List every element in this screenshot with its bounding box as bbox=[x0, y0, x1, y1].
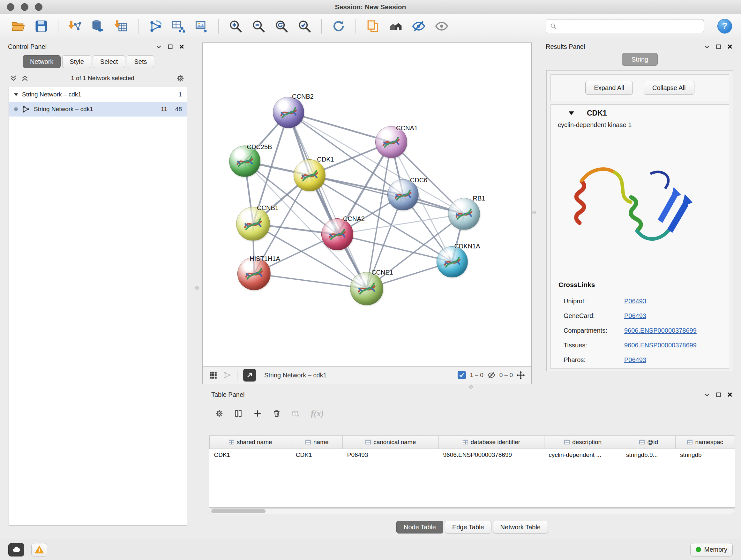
tab-node-table[interactable]: Node Table bbox=[396, 521, 443, 534]
network-share-disabled-icon[interactable] bbox=[223, 371, 231, 379]
network-node-cdkn1a[interactable] bbox=[436, 246, 468, 277]
column-header[interactable]: name bbox=[291, 436, 343, 449]
delete-column-disabled-icon[interactable] bbox=[292, 409, 300, 418]
column-header[interactable]: canonical name bbox=[343, 436, 439, 449]
help-button[interactable]: ? bbox=[718, 19, 732, 34]
panel-close-button[interactable] bbox=[726, 390, 734, 399]
column-header[interactable]: shared name bbox=[210, 436, 291, 449]
table-cell[interactable]: CDK1 bbox=[210, 449, 291, 461]
table-cell[interactable]: CDK1 bbox=[291, 449, 343, 461]
network-collection-row[interactable]: String Network – cdk1 1 bbox=[9, 87, 187, 102]
search-input[interactable] bbox=[559, 23, 700, 30]
expand-all-button[interactable]: Expand All bbox=[585, 81, 633, 95]
table-cell[interactable]: stringdb:9... bbox=[622, 449, 676, 461]
table-cell[interactable]: P06493 bbox=[343, 449, 439, 461]
import-table-button[interactable] bbox=[112, 17, 131, 36]
show-all-button[interactable] bbox=[432, 17, 451, 36]
collapse-all-icon[interactable] bbox=[9, 74, 17, 82]
crosslink-value[interactable]: P06493 bbox=[624, 356, 646, 364]
crosslink-value[interactable]: P06493 bbox=[624, 298, 646, 305]
open-session-button[interactable] bbox=[9, 17, 27, 36]
network-node-ccnb1[interactable] bbox=[236, 207, 270, 241]
crosslink-value[interactable]: 9606.ENSP00000378699 bbox=[624, 327, 697, 334]
tab-select[interactable]: Select bbox=[93, 55, 125, 68]
new-network-button[interactable] bbox=[146, 17, 165, 36]
zoom-window-button[interactable] bbox=[35, 3, 43, 11]
gear-icon[interactable] bbox=[176, 74, 185, 82]
detach-view-button[interactable] bbox=[243, 369, 256, 381]
column-header[interactable]: @id bbox=[622, 436, 676, 449]
tab-style[interactable]: Style bbox=[62, 55, 91, 68]
network-node-ccne1[interactable] bbox=[350, 272, 383, 305]
table-gear-icon[interactable] bbox=[215, 409, 223, 418]
collapse-all-button[interactable]: Collapse All bbox=[644, 81, 694, 95]
gene-card-header[interactable]: CDK1 bbox=[556, 105, 724, 121]
expand-all-icon[interactable] bbox=[21, 74, 29, 82]
table-cell[interactable]: cyclin-dependent ... bbox=[544, 449, 622, 461]
memory-button[interactable]: Memory bbox=[690, 543, 733, 557]
network-canvas[interactable]: CCNB2 CCNA1 CDC25B CDK1 CDC6 RB1 bbox=[202, 43, 532, 366]
close-window-button[interactable] bbox=[7, 3, 14, 11]
copy-button[interactable] bbox=[363, 17, 382, 36]
tab-sets[interactable]: Sets bbox=[127, 55, 154, 68]
minimize-window-button[interactable] bbox=[21, 3, 28, 11]
table-horizontal-scrollbar[interactable] bbox=[209, 508, 735, 514]
left-splitter-handle[interactable] bbox=[195, 286, 199, 290]
network-node-rb1[interactable] bbox=[448, 198, 480, 230]
pan-crosshair-icon[interactable] bbox=[517, 371, 525, 379]
panel-float-button[interactable] bbox=[154, 43, 163, 51]
scrollbar-thumb[interactable] bbox=[211, 509, 266, 513]
apply-layout-button[interactable] bbox=[329, 17, 348, 36]
save-session-button[interactable] bbox=[32, 17, 51, 36]
network-from-table-button[interactable] bbox=[169, 17, 188, 36]
results-tab-string[interactable]: String bbox=[622, 53, 658, 66]
network-node-cdc6[interactable] bbox=[387, 179, 419, 210]
right-splitter-handle[interactable] bbox=[532, 211, 536, 214]
panel-maximize-button[interactable] bbox=[714, 43, 723, 51]
show-columns-icon[interactable] bbox=[234, 409, 243, 418]
delete-row-icon[interactable] bbox=[273, 409, 281, 418]
crosslink-value[interactable]: 9606.ENSP00000378699 bbox=[624, 341, 697, 349]
function-builder-icon[interactable]: f(x) bbox=[311, 409, 324, 419]
hidden-eye-slash-icon[interactable] bbox=[487, 371, 495, 379]
column-header[interactable]: description bbox=[544, 436, 622, 449]
network-edge[interactable] bbox=[254, 273, 367, 289]
node-label: HIST1H1A bbox=[250, 255, 280, 262]
export-image-button[interactable] bbox=[192, 17, 211, 36]
column-header[interactable]: database identifier bbox=[439, 436, 544, 449]
panel-float-button[interactable] bbox=[703, 43, 711, 51]
panel-maximize-button[interactable] bbox=[166, 43, 174, 51]
network-edge[interactable] bbox=[288, 112, 367, 289]
crosslink-value[interactable]: P06493 bbox=[624, 312, 646, 320]
panel-float-button[interactable] bbox=[703, 390, 711, 399]
table-row[interactable]: CDK1CDK1P064939606.ENSP00000378699cyclin… bbox=[210, 449, 735, 461]
panel-maximize-button[interactable] bbox=[714, 390, 723, 399]
selected-checkbox[interactable] bbox=[458, 371, 466, 379]
bottom-splitter-handle[interactable] bbox=[469, 385, 473, 388]
table-cell[interactable]: stringdb bbox=[676, 449, 735, 461]
table-cell[interactable]: 9606.ENSP00000378699 bbox=[439, 449, 544, 461]
network-row[interactable]: String Network – cdk1 11 48 bbox=[9, 102, 187, 117]
tab-edge-table[interactable]: Edge Table bbox=[445, 521, 491, 534]
network-edge[interactable] bbox=[310, 175, 464, 214]
zoom-selected-button[interactable] bbox=[295, 17, 314, 36]
birds-eye-grid-icon[interactable] bbox=[209, 371, 217, 379]
zoom-fit-button[interactable] bbox=[272, 17, 291, 36]
import-network-from-database-button[interactable] bbox=[89, 17, 108, 36]
network-node-ccna2[interactable] bbox=[321, 219, 353, 250]
tab-network[interactable]: Network bbox=[23, 55, 61, 68]
cloud-button[interactable] bbox=[8, 543, 24, 557]
zoom-out-button[interactable] bbox=[249, 17, 268, 36]
warnings-button[interactable] bbox=[31, 543, 47, 557]
column-header[interactable]: namespac bbox=[676, 436, 735, 449]
hide-selected-button[interactable] bbox=[409, 17, 428, 36]
home-button[interactable] bbox=[387, 17, 405, 36]
panel-close-button[interactable] bbox=[726, 43, 734, 51]
add-row-icon[interactable] bbox=[253, 409, 262, 418]
tab-network-table[interactable]: Network Table bbox=[493, 521, 548, 534]
network-node-ccnb2[interactable] bbox=[273, 97, 304, 128]
panel-close-button[interactable] bbox=[178, 43, 186, 51]
import-network-button[interactable] bbox=[66, 17, 84, 36]
network-node-cdk1[interactable] bbox=[293, 159, 326, 191]
zoom-in-button[interactable] bbox=[226, 17, 245, 36]
